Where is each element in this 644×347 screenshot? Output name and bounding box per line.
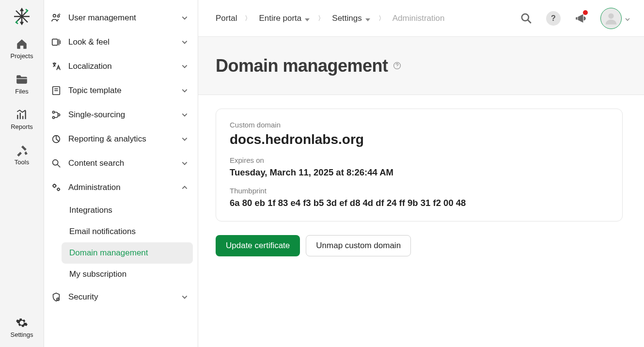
chart-icon: [16, 109, 28, 121]
tools-icon: [16, 144, 28, 157]
administration-children: Integrations Email notifications Domain …: [48, 200, 193, 285]
field-label: Custom domain: [230, 121, 609, 129]
caret-down-icon: [304, 16, 310, 21]
svg-point-15: [53, 160, 58, 165]
help-button[interactable]: ?: [546, 11, 561, 26]
iconbar-item-reports[interactable]: Reports: [11, 109, 33, 130]
page-title: Domain management: [216, 56, 388, 76]
folder-icon: [16, 73, 28, 86]
avatar: [600, 8, 622, 29]
panel-section-label: Single-sourcing: [68, 110, 174, 120]
panel-section-single-sourcing[interactable]: Single-sourcing: [48, 103, 193, 127]
shield-icon: [51, 292, 62, 302]
field-value: Tuesday, March 11, 2025 at 8:26:44 AM: [230, 167, 609, 178]
chevron-down-icon: [181, 160, 188, 167]
crumb-settings[interactable]: Settings: [332, 14, 370, 23]
svg-point-4: [53, 15, 56, 17]
template-icon: [51, 85, 62, 96]
iconbar-item-label: Reports: [11, 123, 33, 130]
chevron-down-icon: [181, 136, 188, 142]
panel-section-reporting-analytics[interactable]: Reporting & analytics: [48, 127, 193, 151]
crumb-label: Administration: [393, 14, 445, 23]
sub-item-email-notifications[interactable]: Email notifications: [62, 221, 193, 242]
svg-point-6: [59, 14, 60, 15]
app-logo: [12, 7, 31, 26]
iconbar-item-projects[interactable]: Projects: [11, 38, 33, 60]
palette-icon: [51, 37, 62, 47]
notification-dot: [583, 10, 588, 15]
panel-section-label: User management: [68, 13, 174, 23]
page-content: Custom domain docs.hedronlabs.org Expire…: [198, 95, 644, 347]
svg-rect-7: [52, 39, 58, 46]
unmap-domain-button[interactable]: Unmap custom domain: [306, 235, 411, 256]
svg-point-11: [52, 111, 54, 113]
sub-item-domain-management[interactable]: Domain management: [62, 242, 193, 264]
home-icon: [16, 38, 28, 50]
announcements-button[interactable]: [574, 12, 587, 25]
domain-card: Custom domain docs.hedronlabs.org Expire…: [216, 109, 623, 221]
panel-section-look-feel[interactable]: Look & feel: [48, 30, 193, 54]
branch-icon: [51, 110, 62, 120]
crumb-label: Entire porta: [259, 14, 301, 23]
iconbar-item-files[interactable]: Files: [15, 73, 28, 95]
svg-point-18: [57, 188, 60, 190]
pie-icon: [51, 134, 62, 144]
panel-section-label: Security: [68, 292, 174, 302]
panel-section-label: Localization: [68, 62, 174, 71]
gear-icon: [16, 316, 28, 329]
field-thumbprint: Thumbprint 6a 80 eb 1f 83 e4 f3 b5 3d ef…: [230, 187, 609, 208]
admin-icon: [51, 182, 62, 193]
iconbar-item-tools[interactable]: Tools: [15, 144, 29, 166]
svg-line-23: [528, 20, 531, 23]
svg-point-24: [608, 13, 613, 18]
chevron-down-icon: [181, 111, 188, 118]
chevron-down-icon: [181, 294, 188, 300]
crumb-separator: 〉: [378, 14, 385, 23]
svg-point-22: [522, 14, 529, 20]
field-value: docs.hedronlabs.org: [230, 132, 609, 147]
svg-marker-21: [365, 18, 370, 21]
crumb-label: Settings: [332, 14, 361, 23]
panel-section-content-search[interactable]: Content search: [48, 151, 193, 175]
crumb-administration: Administration: [393, 14, 445, 23]
panel-section-security[interactable]: Security: [48, 285, 193, 309]
info-icon[interactable]: [393, 62, 401, 70]
iconbar-item-label: Projects: [11, 52, 33, 60]
iconbar-item-settings[interactable]: Settings: [11, 316, 33, 338]
main-area: Portal 〉 Entire porta 〉 Settings 〉 Admin…: [198, 0, 644, 347]
crumb-label: Portal: [216, 14, 237, 23]
panel-section-user-management[interactable]: User management: [48, 6, 193, 30]
chevron-down-icon: [181, 39, 188, 46]
topbar-actions: ?: [520, 8, 630, 29]
field-custom-domain: Custom domain docs.hedronlabs.org: [230, 121, 609, 147]
sub-item-my-subscription[interactable]: My subscription: [62, 264, 193, 285]
iconbar: Projects Files Reports Tools Setti: [0, 0, 44, 347]
iconbar-item-label: Settings: [11, 331, 33, 338]
user-menu[interactable]: [600, 8, 630, 29]
chevron-up-icon: [181, 184, 188, 191]
svg-line-16: [58, 165, 61, 168]
settings-panel: User management Look & feel Localization…: [44, 0, 198, 347]
iconbar-item-label: Files: [15, 88, 28, 95]
panel-section-localization[interactable]: Localization: [48, 54, 193, 79]
update-certificate-button[interactable]: Update certificate: [216, 235, 300, 256]
search-button[interactable]: [520, 12, 533, 25]
svg-point-12: [52, 116, 54, 118]
panel-section-label: Topic template: [68, 86, 174, 95]
chevron-down-icon: [181, 15, 188, 21]
chevron-down-icon: [625, 16, 630, 21]
users-icon: [51, 13, 62, 23]
field-value: 6a 80 eb 1f 83 e4 f3 b5 3d ef d8 4d df 2…: [230, 198, 609, 208]
page-heading: Domain management: [198, 37, 644, 95]
sub-item-integrations[interactable]: Integrations: [62, 200, 193, 221]
crumb-separator: 〉: [245, 14, 251, 23]
crumb-portal[interactable]: Portal: [216, 14, 237, 23]
translate-icon: [51, 61, 62, 72]
panel-section-administration[interactable]: Administration: [48, 175, 193, 200]
panel-section-topic-template[interactable]: Topic template: [48, 79, 193, 103]
crumb-entire-portal[interactable]: Entire porta: [259, 14, 310, 23]
field-label: Expires on: [230, 156, 609, 164]
search-icon: [51, 158, 62, 169]
panel-section-label: Content search: [68, 158, 174, 168]
panel-section-label: Reporting & analytics: [68, 134, 174, 144]
